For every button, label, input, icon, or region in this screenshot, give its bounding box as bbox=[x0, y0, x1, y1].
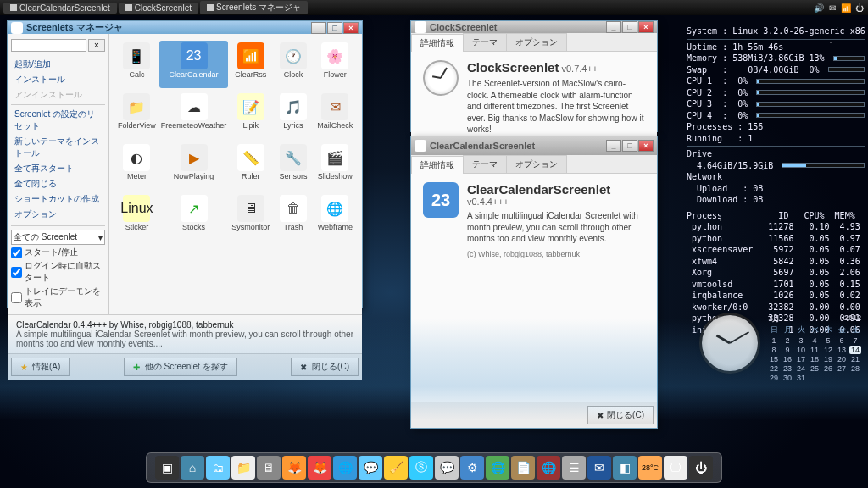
calendar-day[interactable]: 16 bbox=[782, 355, 793, 363]
speaker-icon[interactable]: 🔊 bbox=[814, 3, 824, 13]
search-input[interactable] bbox=[11, 39, 86, 52]
find-more-button[interactable]: ✚他の Screenlet を探す bbox=[124, 358, 237, 376]
screenlet-sensors[interactable]: 🔧Sensors bbox=[273, 142, 313, 190]
screenlet-clearrss[interactable]: 📶ClearRss bbox=[230, 41, 271, 88]
taskbar-item[interactable]: ClockScreenlet bbox=[119, 3, 198, 14]
minimize-button[interactable]: _ bbox=[606, 140, 621, 152]
screenlet-flower[interactable]: 🌸Flower bbox=[315, 41, 355, 88]
bars-icon[interactable]: 📶 bbox=[841, 3, 851, 13]
tray-daemon-check[interactable]: トレイにデーモンを表示 bbox=[11, 286, 105, 309]
dock-item[interactable]: 🌐 bbox=[537, 456, 560, 480]
calendar-day[interactable]: 17 bbox=[795, 355, 807, 363]
tab-options[interactable]: オプション bbox=[506, 33, 567, 51]
calendar-day[interactable]: 7 bbox=[849, 336, 861, 345]
calendar-day[interactable]: 21 bbox=[849, 355, 861, 363]
tab-options[interactable]: オプション bbox=[506, 155, 567, 173]
screenlet-webframe[interactable]: 🌐Webframe bbox=[315, 193, 355, 241]
screenlet-meter[interactable]: ◐Meter bbox=[116, 142, 158, 190]
titlebar[interactable]: ClockScreenlet _ □ × bbox=[411, 21, 657, 33]
taskbar-item[interactable]: ClearCalendarScreenlet bbox=[3, 3, 117, 14]
screenlet-lipik[interactable]: 📝Lipik bbox=[230, 92, 271, 139]
dock-item[interactable]: ☰ bbox=[562, 456, 586, 480]
close-button[interactable]: × bbox=[343, 22, 359, 34]
taskbar-item[interactable]: Screenlets マネージャ bbox=[200, 1, 308, 14]
calendar-day[interactable]: 11 bbox=[809, 346, 821, 354]
screenlet-lyrics[interactable]: 🎵Lyrics bbox=[273, 92, 313, 139]
calendar-day[interactable]: 15 bbox=[768, 355, 780, 363]
dock-item[interactable]: 💬 bbox=[359, 456, 382, 480]
calendar-day[interactable]: 4 bbox=[809, 336, 821, 345]
dock-item[interactable]: 🦊 bbox=[282, 456, 306, 480]
dock-item[interactable]: 💬 bbox=[435, 456, 459, 480]
dock-item[interactable]: 🦊 bbox=[308, 456, 331, 480]
dock-item[interactable]: 🌐 bbox=[486, 456, 509, 480]
calendar-day[interactable]: 24 bbox=[795, 364, 807, 373]
screenlet-calc[interactable]: 📱Calc bbox=[116, 41, 158, 88]
screenlet-clock[interactable]: 🕐Clock bbox=[273, 41, 313, 88]
search-clear-button[interactable]: × bbox=[88, 39, 105, 52]
dock-item[interactable]: ⓢ bbox=[409, 456, 433, 480]
close-button[interactable]: × bbox=[638, 21, 654, 33]
tab-details[interactable]: 詳細情報 bbox=[411, 34, 464, 52]
dock-item[interactable]: 🖵 bbox=[664, 456, 687, 480]
dock-item[interactable]: ▣ bbox=[155, 456, 179, 480]
screenlet-slideshow[interactable]: 🎬Slideshow bbox=[315, 142, 355, 190]
titlebar[interactable]: Screenlets マネージャ _ □ × bbox=[8, 21, 362, 34]
calendar-day[interactable]: 28 bbox=[849, 364, 861, 373]
minimize-button[interactable]: _ bbox=[311, 22, 326, 34]
calendar-day[interactable]: 19 bbox=[822, 355, 834, 363]
calendar-day[interactable]: 5 bbox=[822, 336, 834, 345]
calendar-day[interactable]: 25 bbox=[809, 364, 821, 373]
calendar-day[interactable]: 29 bbox=[768, 374, 780, 382]
calendar-day[interactable]: 22 bbox=[768, 364, 780, 373]
maximize-button[interactable]: □ bbox=[327, 22, 342, 34]
sidebar-item[interactable]: 起動/追加 bbox=[11, 57, 105, 72]
calendar-day[interactable]: 6 bbox=[836, 336, 848, 345]
close-button[interactable]: ✖閉じる(C) bbox=[587, 406, 654, 424]
tab-theme[interactable]: テーマ bbox=[463, 155, 507, 173]
dock-item[interactable]: ✉ bbox=[587, 456, 611, 480]
calendar-day[interactable]: 9 bbox=[782, 346, 793, 354]
dock-item[interactable]: ⏻ bbox=[689, 456, 713, 480]
dock-item[interactable]: 🌐 bbox=[333, 456, 357, 480]
calendar-day[interactable]: 20 bbox=[836, 355, 848, 363]
dock-item[interactable]: 📁 bbox=[231, 456, 255, 480]
desktop-clock-widget[interactable] bbox=[702, 315, 758, 371]
calendar-day[interactable]: 2 bbox=[782, 336, 793, 345]
logout-icon[interactable]: ⏻ bbox=[854, 3, 865, 13]
dock-item[interactable]: 🖥 bbox=[257, 456, 281, 480]
screenlet-stocks[interactable]: ↗Stocks bbox=[159, 193, 228, 241]
dock-item[interactable]: 🗂 bbox=[206, 456, 230, 480]
dock-item[interactable]: 28°C bbox=[638, 456, 662, 480]
dock-item[interactable]: 🧹 bbox=[384, 456, 408, 480]
calendar-day[interactable]: 1 bbox=[768, 336, 780, 345]
calendar-day[interactable]: 14 bbox=[849, 346, 861, 354]
calendar-day[interactable]: 12 bbox=[822, 346, 834, 354]
dock-item[interactable]: ◧ bbox=[613, 456, 637, 480]
close-button[interactable]: ✖閉じる(C) bbox=[291, 358, 359, 376]
calendar-day[interactable]: 3 bbox=[795, 336, 807, 345]
dock-item[interactable]: 📄 bbox=[511, 456, 535, 480]
info-button[interactable]: ★情報(A) bbox=[11, 358, 70, 376]
screenlet-clearcalendar[interactable]: 23ClearCalendar bbox=[159, 41, 228, 88]
dock-item[interactable]: ⚙ bbox=[460, 456, 484, 480]
calendar-day[interactable]: 8 bbox=[768, 346, 780, 354]
start-stop-check[interactable]: スタート/停止 bbox=[11, 247, 105, 258]
autostart-check[interactable]: ログイン時に自動スタート bbox=[11, 260, 105, 284]
screenlet-freemeteoweather[interactable]: ☁FreemeteoWeather bbox=[159, 92, 228, 139]
maximize-button[interactable]: □ bbox=[622, 21, 637, 33]
screenlet-nowplaying[interactable]: ▶NowPlaying bbox=[159, 142, 228, 190]
screenlet-sticker[interactable]: LinuxSticker bbox=[116, 193, 158, 241]
tab-theme[interactable]: テーマ bbox=[463, 33, 507, 51]
screenlet-ruler[interactable]: 📏Ruler bbox=[230, 142, 271, 190]
calendar-day[interactable]: 18 bbox=[809, 355, 821, 363]
maximize-button[interactable]: □ bbox=[622, 140, 637, 152]
sidebar-item[interactable]: オプション bbox=[11, 207, 105, 222]
screenlet-sysmonitor[interactable]: 🖥Sysmonitor bbox=[230, 193, 271, 241]
screenlet-folderview[interactable]: 📁FolderView bbox=[116, 92, 158, 139]
calendar-day[interactable]: 30 bbox=[782, 374, 793, 382]
sidebar-item[interactable]: ショートカットの作成 bbox=[11, 191, 105, 207]
calendar-day[interactable]: 10 bbox=[795, 346, 807, 354]
close-button[interactable]: × bbox=[638, 140, 654, 152]
sidebar-item[interactable]: 全て閉じる bbox=[11, 176, 105, 191]
